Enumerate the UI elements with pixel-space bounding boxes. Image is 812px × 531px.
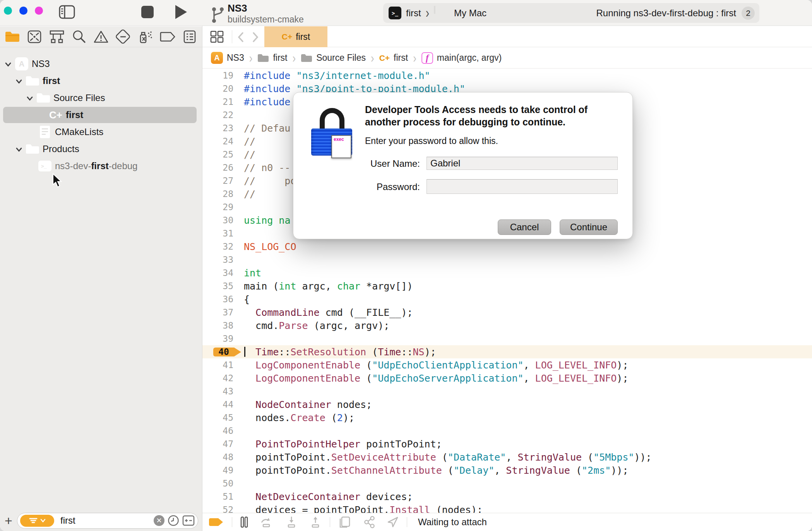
line-number[interactable]: 33: [202, 255, 233, 265]
code-line-47[interactable]: 47 PointToPointHelper pointToPoint;: [202, 437, 812, 450]
code-text[interactable]: //: [244, 136, 255, 147]
filter-field[interactable]: first ✕: [17, 513, 198, 529]
line-number[interactable]: 46: [202, 426, 233, 436]
code-line-39[interactable]: 39: [202, 332, 812, 345]
tree-row-ns3[interactable]: ANS3: [0, 55, 202, 72]
code-text[interactable]: devices = pointToPoint.Install (nodes);: [244, 504, 483, 513]
code-line-40[interactable]: 40 Time::SetResolution (Time::NS);: [202, 345, 812, 358]
recents-clock-icon[interactable]: [168, 515, 179, 526]
breadcrumb-item[interactable]: ANS3: [211, 52, 244, 64]
line-number[interactable]: 41: [202, 360, 233, 370]
line-number[interactable]: 28: [202, 189, 233, 199]
code-text[interactable]: // n0 --: [244, 162, 290, 173]
code-text[interactable]: NodeContainer nodes;: [244, 399, 372, 410]
code-text[interactable]: // po: [244, 175, 296, 187]
minimize-button[interactable]: [19, 7, 27, 15]
run-button[interactable]: [175, 5, 187, 19]
code-text[interactable]: cmd.Parse (argc, argv);: [244, 320, 389, 331]
add-button[interactable]: +: [0, 513, 17, 528]
line-number[interactable]: 48: [202, 452, 233, 462]
disclosure-chevron-icon[interactable]: [5, 61, 12, 68]
code-line-41[interactable]: 41 LogComponentEnable ("UdpEchoClientApp…: [202, 358, 812, 372]
code-line-49[interactable]: 49 pointToPoint.SetChannelAttribute ("De…: [202, 464, 812, 477]
code-line-48[interactable]: 48 pointToPoint.SetDeviceAttribute ("Dat…: [202, 450, 812, 464]
code-text[interactable]: Time::SetResolution (Time::NS);: [244, 346, 436, 358]
code-line-35[interactable]: 35main (int argc, char *argv[]): [202, 279, 812, 293]
tree-row-first[interactable]: C+first: [0, 106, 202, 123]
tab-overview-icon[interactable]: [210, 31, 224, 43]
scheme-selector[interactable]: >_ first › My Mac: [389, 3, 487, 23]
zoom-button[interactable]: [35, 7, 43, 15]
stop-button[interactable]: [141, 6, 154, 18]
tree-row-products[interactable]: Products: [0, 140, 202, 158]
tree-row-cmakelists[interactable]: CMakeLists: [0, 123, 202, 140]
code-line-36[interactable]: 36{: [202, 293, 812, 306]
code-text[interactable]: #include "ns3/internet-module.h": [244, 70, 430, 81]
code-line-43[interactable]: 43: [202, 385, 812, 398]
line-number[interactable]: 44: [202, 399, 233, 409]
sidebar-divider[interactable]: [202, 26, 202, 531]
line-number[interactable]: 23: [202, 123, 233, 133]
scheme-target[interactable]: first: [406, 8, 421, 19]
breadcrumb-item[interactable]: fmain(argc, argv): [421, 52, 502, 64]
line-number[interactable]: 35: [202, 281, 233, 291]
find-navigator-icon[interactable]: [70, 29, 87, 45]
line-number[interactable]: 52: [202, 505, 233, 513]
code-text[interactable]: int: [244, 267, 261, 279]
code-line-37[interactable]: 37 CommandLine cmd (__FILE__);: [202, 306, 812, 319]
code-line-19[interactable]: 19#include "ns3/internet-module.h": [202, 69, 812, 82]
code-text[interactable]: nodes.Create (2);: [244, 412, 355, 423]
code-text[interactable]: using na: [244, 215, 290, 226]
code-line-51[interactable]: 51 NetDeviceContainer devices;: [202, 490, 812, 503]
line-number[interactable]: 47: [202, 439, 233, 449]
line-number[interactable]: 20: [202, 84, 233, 94]
line-number[interactable]: 27: [202, 176, 233, 186]
code-text[interactable]: PointToPointHelper pointToPoint;: [244, 439, 442, 450]
breadcrumb-item[interactable]: C+first: [379, 53, 408, 63]
line-number[interactable]: 39: [202, 334, 233, 344]
breadcrumb-item[interactable]: Source Files: [301, 53, 366, 63]
line-number[interactable]: 50: [202, 478, 233, 488]
step-over-icon[interactable]: [259, 516, 274, 528]
password-field[interactable]: [427, 179, 618, 194]
breakpoints-toggle-icon[interactable]: [208, 517, 224, 527]
line-number[interactable]: 34: [202, 268, 233, 278]
code-line-38[interactable]: 38 cmd.Parse (argc, argv);: [202, 319, 812, 332]
symbol-navigator-icon[interactable]: [48, 29, 65, 45]
line-number[interactable]: 40: [212, 345, 235, 358]
step-out-icon[interactable]: [309, 516, 322, 528]
code-line-42[interactable]: 42 LogComponentEnable ("UdpEchoServerApp…: [202, 372, 812, 385]
line-number[interactable]: 19: [202, 70, 233, 81]
breadcrumb-item[interactable]: first: [257, 53, 287, 63]
code-text[interactable]: LogComponentEnable ("UdpEchoServerApplic…: [244, 373, 628, 384]
line-number[interactable]: 30: [202, 215, 233, 225]
tree-row-ns3-dev-first-debug[interactable]: >_ns3-dev-first-debug: [0, 158, 202, 175]
line-number[interactable]: 32: [202, 242, 233, 252]
step-into-icon[interactable]: [285, 516, 298, 528]
sidebar-toggle-icon[interactable]: [59, 5, 75, 19]
pause-icon[interactable]: [240, 516, 248, 528]
code-line-52[interactable]: 52 devices = pointToPoint.Install (nodes…: [202, 503, 812, 513]
code-text[interactable]: //: [244, 149, 255, 160]
line-number[interactable]: 37: [202, 307, 233, 317]
back-icon[interactable]: [236, 31, 245, 43]
code-text[interactable]: CommandLine cmd (__FILE__);: [244, 307, 413, 318]
threads-icon[interactable]: [363, 516, 376, 528]
filter-input[interactable]: first: [60, 515, 154, 526]
plus-minus-filter-icon[interactable]: [182, 515, 195, 526]
forward-icon[interactable]: [251, 31, 260, 43]
breakpoint-navigator-icon[interactable]: [159, 29, 176, 45]
code-text[interactable]: NetDeviceContainer devices;: [244, 491, 413, 502]
code-text[interactable]: //: [244, 188, 255, 200]
issue-navigator-icon[interactable]: [93, 29, 110, 45]
tree-row-first[interactable]: first: [0, 72, 202, 89]
view-stack-icon[interactable]: [338, 516, 352, 528]
filter-options-icon[interactable]: [20, 515, 54, 527]
code-text[interactable]: pointToPoint.SetChannelAttribute ("Delay…: [244, 465, 628, 476]
username-field[interactable]: Gabriel: [427, 157, 618, 170]
debug-navigator-icon[interactable]: [137, 29, 154, 45]
line-number[interactable]: 43: [202, 386, 233, 396]
line-number[interactable]: 42: [202, 373, 233, 383]
continue-button[interactable]: Continue: [560, 219, 618, 235]
source-control-navigator-icon[interactable]: [26, 29, 43, 45]
